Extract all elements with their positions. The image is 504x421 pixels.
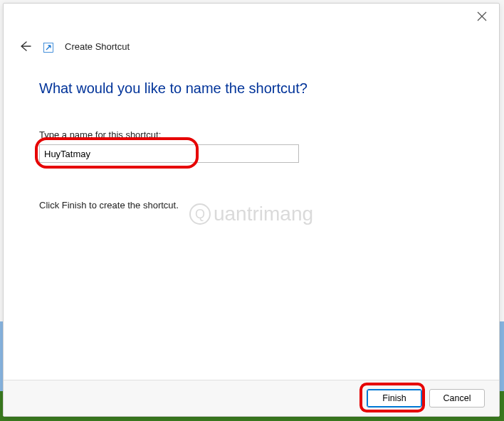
shortcut-icon <box>43 43 53 53</box>
input-label: Type a name for this shortcut: <box>39 129 463 140</box>
back-arrow-icon[interactable] <box>18 39 32 53</box>
cancel-button[interactable]: Cancel <box>429 389 485 407</box>
page-heading: What would you like to name the shortcut… <box>39 80 463 97</box>
shortcut-name-input[interactable] <box>39 144 299 163</box>
create-shortcut-wizard: Create Shortcut What would you like to n… <box>3 3 500 417</box>
input-wrap <box>39 144 299 163</box>
titlebar <box>4 4 499 29</box>
wizard-title: Create Shortcut <box>65 41 130 52</box>
header-row: Create Shortcut <box>4 29 499 60</box>
finish-button[interactable]: Finish <box>367 389 422 407</box>
footer: Finish Cancel <box>4 380 499 416</box>
instruction-text: Click Finish to create the shortcut. <box>39 200 463 210</box>
content-area: What would you like to name the shortcut… <box>4 60 499 380</box>
close-icon[interactable] <box>476 11 488 22</box>
